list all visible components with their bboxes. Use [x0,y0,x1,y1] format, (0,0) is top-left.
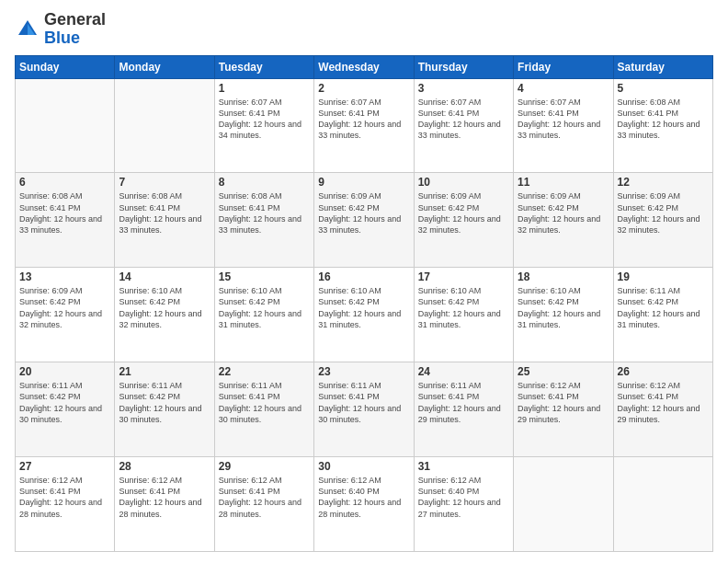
calendar-cell: 3Sunrise: 6:07 AM Sunset: 6:41 PM Daylig… [414,78,513,173]
day-info: Sunrise: 6:07 AM Sunset: 6:41 PM Dayligh… [518,97,609,142]
calendar-cell: 8Sunrise: 6:08 AM Sunset: 6:41 PM Daylig… [214,173,313,268]
day-info: Sunrise: 6:09 AM Sunset: 6:42 PM Dayligh… [518,190,609,236]
calendar-cell: 7Sunrise: 6:08 AM Sunset: 6:41 PM Daylig… [115,173,214,268]
day-number: 23 [318,365,409,378]
day-info: Sunrise: 6:09 AM Sunset: 6:42 PM Dayligh… [618,190,709,236]
day-number: 24 [418,365,509,378]
day-info: Sunrise: 6:09 AM Sunset: 6:42 PM Dayligh… [19,285,110,330]
calendar-cell: 19Sunrise: 6:11 AM Sunset: 6:42 PM Dayli… [613,268,712,362]
calendar-cell: 21Sunrise: 6:11 AM Sunset: 6:42 PM Dayli… [115,362,214,457]
day-number: 19 [618,270,709,283]
day-info: Sunrise: 6:11 AM Sunset: 6:42 PM Dayligh… [19,380,110,425]
day-number: 15 [219,270,310,283]
calendar-cell: 23Sunrise: 6:11 AM Sunset: 6:41 PM Dayli… [314,362,414,457]
day-number: 30 [318,460,409,473]
calendar-cell: 11Sunrise: 6:09 AM Sunset: 6:42 PM Dayli… [514,173,613,268]
logo-text: General Blue [44,11,106,48]
calendar-table: SundayMondayTuesdayWednesdayThursdayFrid… [15,55,713,552]
day-number: 21 [119,365,210,378]
day-number: 6 [19,176,110,189]
day-info: Sunrise: 6:10 AM Sunset: 6:42 PM Dayligh… [119,285,210,330]
day-header-wednesday: Wednesday [314,55,414,78]
calendar-cell [514,457,613,552]
day-number: 28 [119,460,210,473]
calendar-week-row: 13Sunrise: 6:09 AM Sunset: 6:42 PM Dayli… [16,268,713,362]
calendar-cell: 22Sunrise: 6:11 AM Sunset: 6:41 PM Dayli… [214,362,313,457]
calendar-cell [613,457,712,552]
header: General Blue [15,11,713,48]
day-header-sunday: Sunday [16,55,115,78]
day-number: 29 [219,460,310,473]
day-number: 17 [418,270,509,283]
day-info: Sunrise: 6:10 AM Sunset: 6:42 PM Dayligh… [518,285,609,330]
day-info: Sunrise: 6:08 AM Sunset: 6:41 PM Dayligh… [119,190,210,236]
day-info: Sunrise: 6:09 AM Sunset: 6:42 PM Dayligh… [418,190,509,236]
calendar-cell: 4Sunrise: 6:07 AM Sunset: 6:41 PM Daylig… [514,78,613,173]
day-number: 14 [119,270,210,283]
calendar-cell: 2Sunrise: 6:07 AM Sunset: 6:41 PM Daylig… [314,78,414,173]
calendar-cell: 29Sunrise: 6:12 AM Sunset: 6:41 PM Dayli… [214,457,313,552]
day-number: 16 [318,270,409,283]
logo: General Blue [15,11,106,48]
calendar-cell: 27Sunrise: 6:12 AM Sunset: 6:41 PM Dayli… [16,457,115,552]
calendar-cell: 13Sunrise: 6:09 AM Sunset: 6:42 PM Dayli… [16,268,115,362]
calendar-cell: 30Sunrise: 6:12 AM Sunset: 6:40 PM Dayli… [314,457,414,552]
calendar-cell: 17Sunrise: 6:10 AM Sunset: 6:42 PM Dayli… [414,268,513,362]
day-header-thursday: Thursday [414,55,513,78]
calendar-cell: 25Sunrise: 6:12 AM Sunset: 6:41 PM Dayli… [514,362,613,457]
calendar-cell: 24Sunrise: 6:11 AM Sunset: 6:41 PM Dayli… [414,362,513,457]
day-info: Sunrise: 6:08 AM Sunset: 6:41 PM Dayligh… [618,97,709,142]
calendar-week-row: 20Sunrise: 6:11 AM Sunset: 6:42 PM Dayli… [16,362,713,457]
day-info: Sunrise: 6:07 AM Sunset: 6:41 PM Dayligh… [219,97,310,142]
calendar-header-row: SundayMondayTuesdayWednesdayThursdayFrid… [16,55,713,78]
calendar-cell: 20Sunrise: 6:11 AM Sunset: 6:42 PM Dayli… [16,362,115,457]
calendar-cell: 1Sunrise: 6:07 AM Sunset: 6:41 PM Daylig… [214,78,313,173]
calendar-week-row: 1Sunrise: 6:07 AM Sunset: 6:41 PM Daylig… [16,78,713,173]
calendar-cell: 12Sunrise: 6:09 AM Sunset: 6:42 PM Dayli… [613,173,712,268]
day-number: 7 [119,176,210,189]
day-number: 27 [19,460,110,473]
calendar-cell: 16Sunrise: 6:10 AM Sunset: 6:42 PM Dayli… [314,268,414,362]
day-number: 4 [518,82,609,95]
day-info: Sunrise: 6:10 AM Sunset: 6:42 PM Dayligh… [418,285,509,330]
day-number: 1 [219,82,310,95]
day-header-tuesday: Tuesday [214,55,313,78]
day-number: 9 [318,176,409,189]
day-info: Sunrise: 6:11 AM Sunset: 6:41 PM Dayligh… [219,380,310,425]
calendar-week-row: 27Sunrise: 6:12 AM Sunset: 6:41 PM Dayli… [16,457,713,552]
day-number: 13 [19,270,110,283]
day-info: Sunrise: 6:12 AM Sunset: 6:41 PM Dayligh… [618,380,709,425]
day-info: Sunrise: 6:12 AM Sunset: 6:41 PM Dayligh… [19,475,110,520]
day-info: Sunrise: 6:12 AM Sunset: 6:40 PM Dayligh… [318,475,409,520]
day-info: Sunrise: 6:11 AM Sunset: 6:42 PM Dayligh… [119,380,210,425]
day-info: Sunrise: 6:07 AM Sunset: 6:41 PM Dayligh… [318,97,409,142]
day-number: 26 [618,365,709,378]
day-number: 8 [219,176,310,189]
calendar-cell: 9Sunrise: 6:09 AM Sunset: 6:42 PM Daylig… [314,173,414,268]
day-info: Sunrise: 6:07 AM Sunset: 6:41 PM Dayligh… [418,97,509,142]
day-info: Sunrise: 6:12 AM Sunset: 6:41 PM Dayligh… [119,475,210,520]
day-number: 18 [518,270,609,283]
day-info: Sunrise: 6:11 AM Sunset: 6:41 PM Dayligh… [318,380,409,425]
calendar-cell [16,78,115,173]
day-number: 31 [418,460,509,473]
day-header-monday: Monday [115,55,214,78]
calendar-cell: 31Sunrise: 6:12 AM Sunset: 6:40 PM Dayli… [414,457,513,552]
calendar-cell: 6Sunrise: 6:08 AM Sunset: 6:41 PM Daylig… [16,173,115,268]
calendar-cell: 5Sunrise: 6:08 AM Sunset: 6:41 PM Daylig… [613,78,712,173]
calendar-week-row: 6Sunrise: 6:08 AM Sunset: 6:41 PM Daylig… [16,173,713,268]
day-header-friday: Friday [514,55,613,78]
calendar-cell: 14Sunrise: 6:10 AM Sunset: 6:42 PM Dayli… [115,268,214,362]
day-info: Sunrise: 6:08 AM Sunset: 6:41 PM Dayligh… [219,190,310,236]
day-number: 20 [19,365,110,378]
day-info: Sunrise: 6:11 AM Sunset: 6:42 PM Dayligh… [618,285,709,330]
calendar-cell: 28Sunrise: 6:12 AM Sunset: 6:41 PM Dayli… [115,457,214,552]
page: General Blue SundayMondayTuesdayWednesda… [0,0,728,563]
day-info: Sunrise: 6:09 AM Sunset: 6:42 PM Dayligh… [318,190,409,236]
calendar-cell [115,78,214,173]
day-header-saturday: Saturday [613,55,712,78]
day-info: Sunrise: 6:11 AM Sunset: 6:41 PM Dayligh… [418,380,509,425]
day-number: 12 [618,176,709,189]
calendar-cell: 10Sunrise: 6:09 AM Sunset: 6:42 PM Dayli… [414,173,513,268]
day-info: Sunrise: 6:08 AM Sunset: 6:41 PM Dayligh… [19,190,110,236]
